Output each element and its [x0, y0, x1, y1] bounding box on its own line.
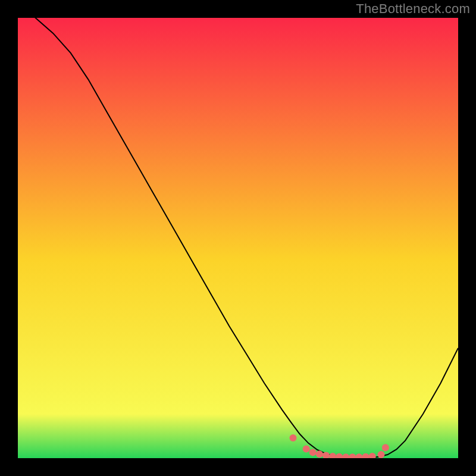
marker-dot — [303, 445, 310, 452]
marker-dot — [309, 449, 317, 456]
chart — [18, 18, 458, 458]
marker-dot — [290, 434, 297, 441]
chart-svg — [18, 18, 458, 458]
marker-dot — [316, 450, 323, 458]
frame: TheBottleneck.com — [0, 0, 476, 476]
gradient-bg — [18, 18, 458, 458]
marker-dot — [382, 444, 389, 451]
marker-dot — [378, 451, 385, 458]
watermark-text: TheBottleneck.com — [356, 1, 470, 17]
